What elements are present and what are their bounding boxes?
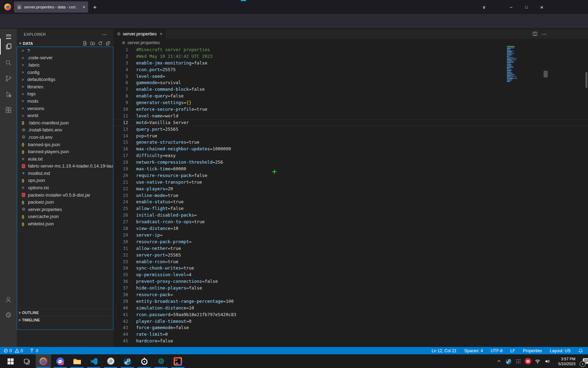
taskbar-steelseries-icon[interactable] <box>136 354 152 368</box>
code-line-27[interactable]: 27broadcast-rcon-to-ops=true <box>113 219 588 225</box>
problems-indicator[interactable]: 0 0 <box>4 348 23 353</box>
extensions-icon[interactable] <box>0 102 17 118</box>
taskbar-vscode-icon[interactable] <box>86 354 102 368</box>
outline-section[interactable]: > OUTLINE <box>17 309 113 316</box>
code-line-8[interactable]: 8enable-query=false <box>113 93 588 100</box>
code-line-26[interactable]: 26initial-disabled-packs= <box>113 212 588 219</box>
taskbar-intellij-icon[interactable]: IJ <box>170 354 186 368</box>
steam-tray-icon[interactable] <box>505 358 512 365</box>
editor-tab-server-properties[interactable]: ⚙ server.properties × <box>113 29 166 39</box>
taskbar-firefox-icon[interactable] <box>36 354 51 368</box>
code-line-42[interactable]: 42player-idle-timeout=0 <box>113 318 588 325</box>
tree-file[interactable]: {}whitelist.json <box>17 220 113 227</box>
window-maximize-button[interactable]: □ <box>520 1 532 13</box>
tree-folder[interactable]: >libraries <box>17 83 113 90</box>
explorer-view-icon[interactable] <box>0 39 17 55</box>
refresh-icon[interactable] <box>98 41 103 46</box>
code-line-45[interactable]: 45hardcore=false <box>113 338 588 345</box>
tab-close-icon[interactable]: × <box>83 4 85 10</box>
code-line-34[interactable]: 34sync-chunk-writes=true <box>113 265 588 272</box>
new-file-icon[interactable] <box>82 41 88 46</box>
tree-file[interactable]: ≡options.txt <box>17 184 113 191</box>
tree-folder[interactable]: >.fabric <box>17 61 113 69</box>
code-line-16[interactable]: 16max-chained-neighbor-updates=1000000 <box>113 146 588 152</box>
code-line-35[interactable]: 35op-permission-level=4 <box>113 272 588 278</box>
split-editor-icon[interactable] <box>532 31 538 36</box>
accounts-icon[interactable] <box>0 292 17 308</box>
list-tabs-chevron-icon[interactable]: ∨ <box>478 1 490 13</box>
tree-folder[interactable]: >config <box>17 69 113 76</box>
firefox-view-icon[interactable] <box>4 4 11 11</box>
explorer-more-actions-icon[interactable]: ⋯ <box>102 32 107 37</box>
code-line-20[interactable]: 20require-resource-pack=false <box>113 172 588 179</box>
tree-folder[interactable]: >? <box>17 47 113 54</box>
code-line-17[interactable]: 17difficulty=easy <box>113 152 588 159</box>
code-line-21[interactable]: 21use-native-transport=true <box>113 179 588 186</box>
code-line-19[interactable]: 19max-tick-time=60000 <box>113 166 588 172</box>
code-line-30[interactable]: 30resource-pack-prompt= <box>113 239 588 245</box>
taskbar-file-explorer-icon[interactable] <box>69 354 85 368</box>
code-area[interactable]: 1#Minecraft server properties2#Wed May 1… <box>113 47 588 345</box>
code-line-3[interactable]: 3enable-jmx-monitoring=false <box>113 60 588 67</box>
tree-folder[interactable]: >versions <box>17 105 113 112</box>
tree-file[interactable]: ≡eula.txt <box>17 155 113 163</box>
settings-gear-icon[interactable]: ⚙ <box>0 307 17 323</box>
indentation[interactable]: Spaces: 4 <box>464 348 483 353</box>
code-line-23[interactable]: 23online-mode=true <box>113 192 588 199</box>
source-control-icon[interactable] <box>0 70 17 87</box>
timeline-section[interactable]: > TIMELINE <box>17 316 113 323</box>
taskbar-green-orb-app-icon[interactable] <box>153 354 169 368</box>
code-line-2[interactable]: 2#Wed May 10 21:42:42 UTC 2023 <box>113 53 588 60</box>
hidden-icons-grid-icon[interactable] <box>515 358 522 365</box>
code-line-32[interactable]: 32server-port=25565 <box>113 252 588 259</box>
new-folder-icon[interactable] <box>90 41 95 46</box>
tree-folder[interactable]: >world <box>17 112 113 119</box>
tree-file[interactable]: packwiz-installer-v0.5.8-dist.jar <box>17 191 113 199</box>
code-line-41[interactable]: 41rcon.password=59aa9b18e21fb797e5420c83 <box>113 312 588 318</box>
taskbar-task-view-icon[interactable] <box>19 354 35 368</box>
folder-section-header[interactable]: ∨ DATA <box>17 40 113 47</box>
tree-file[interactable]: {}packwiz.json <box>17 198 113 206</box>
window-minimize-button[interactable]: – <box>505 1 517 13</box>
collapse-folders-icon[interactable] <box>105 41 111 46</box>
language-mode[interactable]: Properties <box>523 348 542 353</box>
tree-file[interactable]: {}banned-players.json <box>17 148 113 155</box>
taskbar-clock[interactable]: 3:57 PM 5/10/2023 <box>554 356 575 366</box>
taskbar-start-icon[interactable] <box>3 354 18 368</box>
tree-file[interactable]: ▼modlist.md <box>17 170 113 177</box>
code-line-39[interactable]: 39entity-broadcast-range-percentage=100 <box>113 298 588 305</box>
tree-file[interactable]: {}usercache.json <box>17 213 113 220</box>
wifi-icon[interactable] <box>534 358 541 365</box>
code-line-40[interactable]: 40simulation-distance=10 <box>113 305 588 312</box>
code-line-14[interactable]: 14pvp=true <box>113 133 588 139</box>
code-line-31[interactable]: 31allow-nether=true <box>113 245 588 252</box>
code-line-6[interactable]: 6gamemode=survival <box>113 80 588 86</box>
code-line-37[interactable]: 37hide-online-players=false <box>113 285 588 292</box>
taskbar-discord-icon[interactable] <box>52 354 68 368</box>
code-line-28[interactable]: 28view-distance=10 <box>113 225 588 232</box>
code-line-44[interactable]: 44rate-limit=0 <box>113 331 588 338</box>
window-close-button[interactable]: × <box>536 1 548 13</box>
search-icon[interactable] <box>0 55 17 71</box>
forwarded-ports-indicator[interactable]: 0 <box>29 348 38 353</box>
tree-file[interactable]: {}banned-ips.json <box>17 141 113 148</box>
code-line-10[interactable]: 10enforce-secure-profile=true <box>113 106 588 113</box>
code-line-22[interactable]: 22max-players=20 <box>113 186 588 192</box>
editor-tab-close-icon[interactable]: × <box>160 31 163 36</box>
taskbar-sphere-app-icon[interactable] <box>103 354 118 368</box>
code-line-13[interactable]: 13query.port=25565 <box>113 126 588 133</box>
code-line-9[interactable]: 9generator-settings={} <box>113 100 588 106</box>
code-line-18[interactable]: 18network-compression-threshold=256 <box>113 159 588 166</box>
keyboard-layout[interactable]: Layout: US <box>550 348 570 353</box>
volume-icon[interactable] <box>544 358 551 365</box>
tree-folder[interactable]: >logs <box>17 90 113 98</box>
tree-file[interactable]: ⚙.install-fabric.env <box>17 127 113 134</box>
tree-file[interactable]: {}.fabric-manifest.json <box>17 119 113 127</box>
code-line-12[interactable]: 12motd=Vanillia Server <box>113 120 588 126</box>
cursor-position[interactable]: Ln 12, Col 21 <box>432 348 456 353</box>
notifications-bell-icon[interactable] <box>578 348 583 353</box>
eol-sequence[interactable]: LF <box>510 348 515 353</box>
editor-more-actions-icon[interactable]: ⋯ <box>542 31 547 37</box>
breadcrumb[interactable]: ⚙ server.properties <box>113 39 588 47</box>
code-line-25[interactable]: 25allow-flight=false <box>113 205 588 212</box>
